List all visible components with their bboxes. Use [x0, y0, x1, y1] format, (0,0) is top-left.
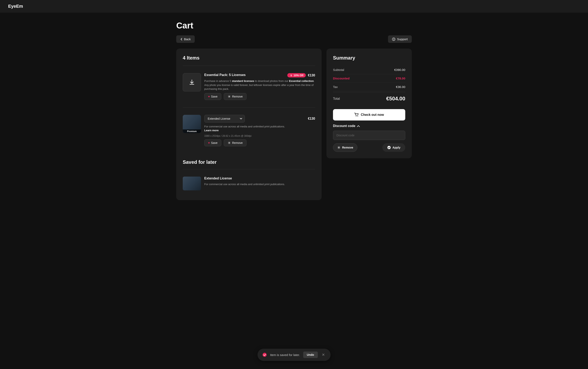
item-header-1: Essential Pack: 5 Licenses $ 10% Off €13…	[204, 73, 315, 77]
svg-point-6	[356, 116, 357, 117]
item-price-2: €130	[308, 117, 315, 121]
item-price-1: €130	[308, 73, 315, 77]
toast-message: Item is saved for later.	[270, 353, 300, 357]
svg-point-9	[387, 146, 391, 149]
back-label: Back	[184, 37, 191, 41]
save-button-2[interactable]: ♥ Save	[204, 139, 221, 146]
main-content: Cart Back ? Support 4 Items	[172, 13, 416, 208]
cart-icon	[354, 113, 359, 117]
saved-license-wrap: Extended License	[204, 177, 315, 180]
cart-panel: 4 Items Essential Pack: 5 Licenses	[176, 49, 322, 200]
item-thumbnail-2: Premium	[183, 115, 201, 133]
toast-check-icon	[262, 353, 267, 357]
support-label: Support	[397, 37, 408, 41]
summary-panel: Summary Subtotal €390.00 Discounted €78.…	[326, 49, 412, 158]
discount-actions: Remove Apply	[333, 143, 405, 152]
heart-icon-2: ♥	[208, 141, 210, 144]
item-dimensions: 3380 x 2534px / 28.62 x 21.45cm @ 300dpi	[204, 134, 315, 137]
svg-text:?: ?	[393, 38, 394, 41]
saved-item-1: Extended License For commercial use acro…	[183, 173, 315, 194]
total-label: Total	[333, 97, 340, 101]
saved-for-later-section: Saved for later Extended License For com…	[183, 159, 315, 194]
content-grid: 4 Items Essential Pack: 5 Licenses	[176, 49, 412, 200]
item-name-1: Essential Pack: 5 Licenses	[204, 73, 246, 77]
remove-discount-label: Remove	[342, 146, 353, 149]
discounted-row: Discounted €78.00	[333, 74, 405, 83]
saved-heading: Saved for later	[183, 159, 315, 165]
cart-item-1: Essential Pack: 5 Licenses $ 10% Off €13…	[183, 70, 315, 103]
summary-heading: Summary	[333, 55, 405, 61]
total-row: Total €504.00	[333, 92, 405, 105]
page-title: Cart	[176, 21, 412, 31]
header: EyeEm	[0, 0, 588, 13]
svg-point-7	[358, 116, 358, 117]
saved-item-name: Extended License	[204, 177, 232, 180]
logo: EyeEm	[8, 4, 23, 9]
top-navigation: Back ? Support	[176, 35, 412, 43]
subtotal-row: Subtotal €390.00	[333, 66, 405, 74]
item-price-area-1: $ 10% Off €130	[287, 73, 315, 77]
divider	[183, 66, 315, 66]
items-heading: 4 Items	[183, 55, 315, 61]
saved-divider	[183, 169, 315, 169]
discount-badge-1: $ 10% Off	[287, 73, 306, 77]
remove-button-2[interactable]: Remove	[224, 139, 246, 146]
x-circle-icon-2	[228, 141, 231, 144]
tax-row: Tax €36.00	[333, 83, 405, 91]
item-actions-2: ♥ Save Remove	[204, 139, 315, 146]
item-description-2: For commercial use across all media and …	[204, 124, 315, 133]
support-button[interactable]: ? Support	[388, 35, 412, 43]
item-actions-1: ♥ Save Remove	[204, 93, 315, 100]
tag-icon: $	[290, 74, 293, 77]
chevron-up-icon	[357, 125, 360, 127]
question-icon: ?	[392, 38, 395, 41]
item-thumbnail-download	[183, 73, 201, 92]
learn-more-link[interactable]: Learn more	[204, 129, 219, 132]
premium-badge: Premium	[183, 129, 201, 133]
remove-button-1[interactable]: Remove	[224, 93, 246, 100]
save-button-1[interactable]: ♥ Save	[204, 93, 221, 100]
subtotal-value: €390.00	[394, 68, 405, 72]
svg-point-10	[263, 353, 267, 357]
discount-code-label: Discount code	[333, 124, 355, 128]
download-icon	[189, 79, 195, 86]
checkout-label: Check out now	[361, 113, 384, 117]
back-button[interactable]: Back	[176, 35, 195, 43]
subtotal-label: Subtotal	[333, 68, 344, 72]
item-details-1: Essential Pack: 5 Licenses $ 10% Off €13…	[204, 73, 315, 100]
discount-header[interactable]: Discount code	[333, 124, 405, 128]
discount-section: Discount code Remove	[333, 124, 405, 152]
heart-icon-1: ♥	[208, 95, 210, 98]
x-circle-icon-1	[228, 95, 231, 98]
apply-button[interactable]: Apply	[382, 143, 405, 152]
tax-value: €36.00	[396, 85, 405, 89]
chevron-left-icon	[180, 38, 182, 41]
checkout-button[interactable]: Check out now	[333, 109, 405, 121]
toast-close-button[interactable]: ✕	[321, 353, 326, 357]
saved-item-description: For commercial use across all media and …	[204, 182, 315, 186]
cart-item-2: Premium Extended License Standard Licens…	[183, 112, 315, 150]
saved-thumbnail	[183, 177, 201, 190]
discounted-label: Discounted	[333, 77, 350, 80]
svg-text:$: $	[291, 74, 292, 77]
apply-label: Apply	[392, 146, 400, 149]
discounted-value: €78.00	[396, 77, 405, 80]
toast-notification: Item is saved for later. Undo ✕	[257, 349, 331, 361]
check-circle-icon	[387, 146, 391, 149]
total-value: €504.00	[386, 95, 405, 102]
tax-label: Tax	[333, 85, 338, 89]
item-details-2: Extended License Standard License €130 F…	[204, 115, 315, 146]
license-select-wrap: Extended License Standard License €130	[204, 115, 315, 123]
license-select[interactable]: Extended License Standard License	[204, 115, 245, 123]
undo-button[interactable]: Undo	[303, 351, 318, 358]
item-description-1: Purchase in advance 5 standard licenses …	[204, 79, 315, 91]
x-circle-icon-discount	[337, 146, 341, 149]
saved-item-details: Extended License For commercial use acro…	[204, 177, 315, 190]
discount-code-input[interactable]	[333, 131, 405, 140]
remove-discount-button[interactable]: Remove	[333, 143, 357, 152]
